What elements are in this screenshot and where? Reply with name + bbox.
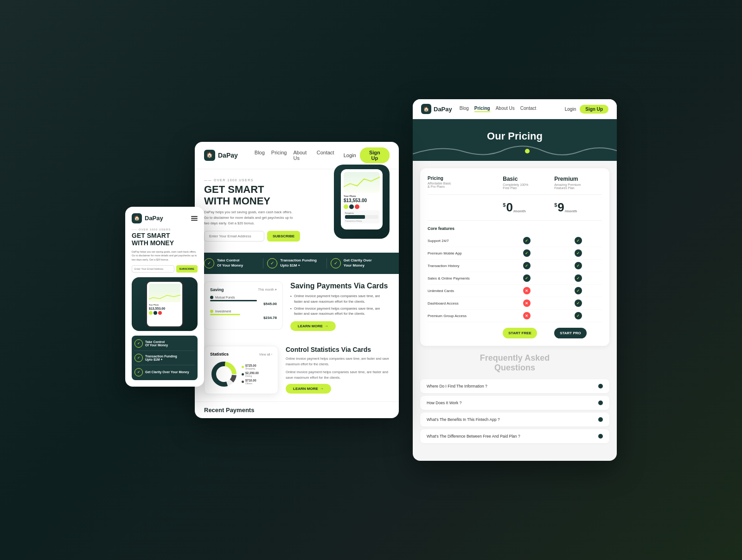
p-login-link[interactable]: Login [565,107,576,112]
nav-blog[interactable]: Blog [255,150,265,161]
pt-check-basic-5 [503,287,550,294]
pricing-logo-text: DaPay [434,106,452,113]
check-red-icon [523,287,531,294]
p-nav-contact[interactable]: Contact [520,106,536,112]
section2-right: Saving Payments Via Cards Online invoice… [290,281,390,331]
mobile-email-input[interactable] [132,265,174,273]
desktop-hero: OVER 1000 USERS GET SMARTWITH MONEY DaPa… [195,169,399,253]
faq-item-2[interactable]: How Does It Work ? [420,396,609,410]
hero-email-input[interactable] [204,231,264,242]
pt-btn-row: START FREE START PRO [428,328,602,338]
mobile-subscribe-form: SUBSCRIBE [132,265,198,273]
pt-col3-sub: Amazing PremiumFeatures Plan [554,183,602,190]
pt-check-basic-4 [503,274,550,282]
hero-phone-chart [344,172,380,193]
p-nav-blog[interactable]: Blog [460,106,469,112]
legend-item-2: $2,350.00 Dining [242,371,259,377]
pt-col1-title: Pricing [428,176,499,181]
feature-text-3: Get Clarity Over Your Money [145,370,189,374]
faq-item-4[interactable]: What's The Difference Between Free And P… [420,429,609,443]
dark-bar-item-3: ✓ Get Clarity OverYour Money [327,258,390,268]
start-free-btn[interactable]: START FREE [503,328,537,338]
mobile-feature-3: ✓ Get Clarity Over Your Money [134,368,195,376]
feature-icon-3: ✓ [134,368,143,376]
check-green-icon [575,262,582,269]
p-nav-about[interactable]: About Us [496,106,515,112]
pt-basic-price-unit: /month [513,209,526,213]
signup-btn[interactable]: Sign Up [360,147,390,163]
hero-phone-stats: Recipients Transactions History [344,210,380,223]
pt-label-6: Dashboard Access [428,301,499,305]
pt-label-3: Transaction History [428,264,499,268]
pt-col2-header: Basic Completely 100%Free Plan [503,176,550,190]
faq-dot-3 [598,417,603,422]
stats-card: Statistics View all › [204,346,278,394]
dark-bar-item-2: ✓ Transaction FundingUpto $1M + [263,258,326,268]
hamburger-menu[interactable] [191,216,198,221]
bullet-1: Online invoice payment helps companies s… [290,293,390,304]
desktop-nav-links: Blog Pricing About Us Contact [255,150,334,161]
bullet-2: Online invoice payment helps companies s… [290,306,390,317]
saving-amount-1: $545.00 [210,302,277,306]
pt-check-premium-6 [554,299,602,307]
pricing-panel: 🏠 DaPay Blog Pricing About Us Contact Lo… [413,99,617,461]
learn-more-btn[interactable]: LEARN MORE → [290,321,336,331]
nav-contact[interactable]: Contact [317,150,334,161]
recent-payments-title: Recent Payments [204,407,390,414]
pt-col1-sub: Affordable Basic& Pro Plans [428,182,499,188]
mobile-card: 🏠 DaPay OVER 1000 USERS GET SMARTWITH MO… [125,207,204,387]
login-link[interactable]: Login [344,153,356,158]
section2-title: Saving Payments Via Cards [290,281,390,291]
phone-user-label: Your Photo [149,304,180,306]
section3-learn-btn[interactable]: LEARN MORE → [286,384,331,394]
saving-card-header: Saving This month ▾ [210,287,277,292]
donut-svg [210,360,238,388]
pt-check-basic-7 [503,312,550,319]
pt-col2-sub: Completely 100%Free Plan [503,183,550,190]
mobile-over-label: OVER 1000 USERS [132,228,198,231]
avatar-3 [158,311,162,315]
check-green-icon [575,237,582,244]
p-signup-btn[interactable]: Sign Up [580,105,608,114]
mobile-nav: 🏠 DaPay [132,213,198,223]
dark-bar-text-2: Transaction FundingUpto $1M + [280,258,317,268]
check-green-icon [523,274,531,282]
pt-check-premium-3 [554,262,602,269]
pt-check-premium-2 [554,249,602,257]
hero-subscribe-btn[interactable]: SUBSCRIBE [267,231,300,242]
stats-view-all[interactable]: View all › [259,353,272,356]
nav-pricing[interactable]: Pricing [271,150,287,161]
pt-core-features-label: Core features [428,226,602,231]
check-green-icon [575,299,582,307]
faq-q-3: What's The Benefits In This Fintech App … [427,417,500,422]
saving-label-1: Mutual Funds [210,296,277,299]
pt-col3-name: Premium [554,176,602,182]
avatar-1 [149,311,153,315]
section3-subtitle: Online invoice payment helps companies s… [286,356,390,366]
stats-title: Statistics [210,352,229,356]
pricing-table: Pricing Affordable Basic& Pro Plans Basi… [420,168,609,346]
pt-col3-header: Premium Amazing PremiumFeatures Plan [554,176,602,190]
faq-item-1[interactable]: Where Do I Find The Information ? [420,379,609,393]
mobile-subscribe-btn[interactable]: SUBSCRIBE [176,265,198,273]
check-green-icon [523,249,531,257]
start-pro-btn[interactable]: START PRO [554,328,587,338]
p-nav-pricing[interactable]: Pricing [474,106,490,112]
pt-basic-price-value: 0 [506,200,512,215]
faq-item-3[interactable]: What's The Benefits In This Fintech App … [420,413,609,426]
dark-bar-icon-1: ✓ [204,258,214,268]
faq-dot-1 [598,384,603,388]
pt-row-6: Dashboard Access [428,297,602,310]
legend-dot-3 [242,381,244,383]
legend-amount-1: $725.00 [245,364,256,367]
nav-about[interactable]: About Us [293,150,310,161]
mobile-feature-2: ✓ Transaction FundingUpto $1M + [134,354,195,365]
avatar-2 [154,311,157,315]
pt-basic-price: $ 0 /month [503,200,550,215]
pricing-hero-banner: Our Pricing [413,119,617,161]
mobile-hero-title: GET SMARTWITH MONEY [132,232,198,248]
section3-subtitle2: Online invoice payment helps companies s… [286,369,390,381]
saving-amount-2: $234.78 [210,316,277,320]
hero-phone: Your Photo $13,553.00 Recipients [334,165,394,239]
saving-label-2: Investment [210,310,277,313]
